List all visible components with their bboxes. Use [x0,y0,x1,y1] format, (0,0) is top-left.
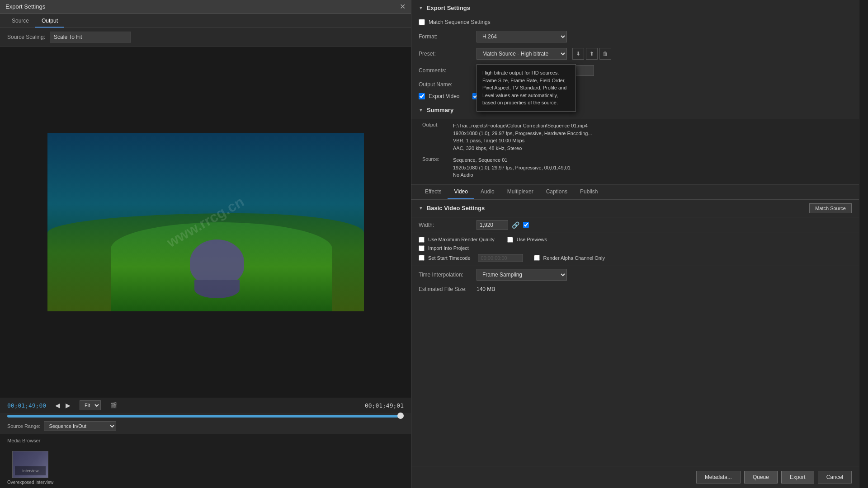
content-tabs-row: Effects Video Audio Multiplexer Captions… [411,184,859,200]
start-timecode-checkbox[interactable] [419,255,425,261]
preset-import-btn[interactable]: ⬆ [586,48,598,60]
tab-publish[interactable]: Publish [574,185,604,199]
summary-content: Output: F:\Trai...rojects\Footage\Colour… [411,118,859,184]
progress-track[interactable] [7,415,404,418]
width-input[interactable] [476,220,508,230]
source-scaling-row: Source Scaling: Scale To Fit [0,28,411,47]
tab-effects[interactable]: Effects [419,185,448,199]
preset-delete-btn[interactable]: 🗑 [599,48,611,60]
bvs-title: Basic Video Settings [427,205,485,211]
thumb-label: Overexposed Interview [7,480,53,485]
action-buttons: Metadata... Queue Export Cancel [411,466,859,488]
summary-source-label: Source: [422,156,449,179]
render-alpha-checkbox[interactable] [534,255,540,261]
export-settings-title: Export Settings [427,5,470,11]
timecode-end: 00;01;49;01 [365,402,404,409]
section-arrow-summary: ▼ [419,108,423,113]
use-max-render-checkbox[interactable] [419,237,425,243]
use-previews-label[interactable]: Use Previews [517,237,547,242]
summary-output-audio: AAC, 320 kbps, 48 kHz, Stereo [453,145,592,152]
section-arrow-export: ▼ [419,5,423,10]
preset-label: Preset: [419,51,473,57]
tab-multiplexer[interactable]: Multiplexer [501,185,540,199]
summary-source-vals: Sequence, Sequence 01 868x488 (1.0), 2… [453,156,571,179]
match-sequence-row: Match Sequence Settings [411,16,859,28]
time-interpolation-row: Time Interpolation: Frame Sampling [411,266,859,283]
far-right-strip [859,0,868,488]
summary-source-row: Source: Sequence, Sequence 01 868x488 … [422,155,848,180]
summary-output-bitrate: VBR, 1 pass, Target 10.00 Mbps [453,137,592,145]
thumbnail-area: Media Browser Interview Overexposed Inte… [0,434,411,488]
time-interp-label: Time Interpolation: [419,272,473,278]
match-source-button[interactable]: Match Source [809,203,852,213]
basic-video-settings-header: ▼ Basic Video Settings Match Source [411,200,859,217]
format-select[interactable]: H.264 [476,31,567,42]
play-back-btn[interactable]: ◀ [53,401,62,410]
thumbnail-item[interactable]: Interview Overexposed Interview [7,451,53,485]
start-timecode-input[interactable] [478,254,523,262]
summary-output-path: F:\Trai...rojects\Footage\Colour Correct… [453,122,592,130]
left-panel: Export Settings ✕ Source Output Source S… [0,0,411,488]
width-lock-checkbox[interactable] [523,222,529,228]
clip-icon: 🎬 [108,402,119,408]
summary-output-row: Output: F:\Trai...rojects\Footage\Colour… [422,121,848,153]
format-row: Format: H.264 [411,28,859,45]
tab-output[interactable]: Output [35,15,64,28]
import-project-checkbox[interactable] [419,245,425,251]
queue-button[interactable]: Queue [744,471,778,483]
preset-select-wrap: Match Source - High bitrate High bitrate… [476,48,567,60]
width-row: Width: 🔗 [411,217,859,233]
preset-save-btn[interactable]: ⬇ [572,48,584,60]
start-timecode-label[interactable]: Set Start Timecode [428,255,471,261]
bvs-title-wrap: ▼ Basic Video Settings [419,205,485,211]
source-range-select[interactable]: Sequence In/Out [44,421,116,431]
cancel-button[interactable]: Cancel [818,471,852,483]
use-max-render-label[interactable]: Use Maximum Render Quality [428,237,495,242]
export-video-label[interactable]: Export Video [429,93,460,99]
thumb-image: Interview [12,451,48,478]
thumb-timecode: Interview [22,469,38,473]
summary-title: Summary [427,107,453,113]
source-output-tabs: Source Output [0,14,411,28]
tab-source[interactable]: Source [5,15,35,28]
render-alpha-label[interactable]: Render Alpha Channel Only [543,255,605,261]
play-fwd-btn[interactable]: ▶ [64,401,72,410]
preset-tooltip: High bitrate output for HD sources. Fram… [476,64,576,112]
summary-output-vals: F:\Trai...rojects\Footage\Colour Correct… [453,122,592,152]
close-button[interactable]: ✕ [400,2,406,11]
match-sequence-checkbox[interactable] [419,19,425,25]
progress-handle[interactable] [397,413,404,419]
section-arrow-bvs: ▼ [419,206,423,211]
format-label: Format: [419,33,473,40]
summary-source-audio: No Audio [453,171,571,179]
preset-row: Preset: Match Source - High bitrate High… [411,45,859,62]
tab-video[interactable]: Video [448,185,474,199]
tab-audio[interactable]: Audio [474,185,501,199]
export-video-checkbox[interactable] [419,93,425,99]
summary-source-details: 868x488 (1.0), 29.97 fps, Progressive,… [453,164,571,172]
right-panel: ▼ Export Settings Match Sequence Setting… [411,0,859,488]
summary-output-label: Output: [422,122,449,152]
fit-select[interactable]: Fit [80,400,101,410]
timecode-start: 00;01;49;00 [7,402,46,409]
summary-source-name: Sequence, Sequence 01 [453,156,571,164]
source-range-label: Source Range: [7,423,40,429]
progress-bar-area[interactable] [0,413,411,419]
import-project-label[interactable]: Import Into Project [428,245,469,251]
export-settings-section[interactable]: ▼ Export Settings [411,0,859,16]
file-size-label: Estimated File Size: [419,286,473,292]
preset-select[interactable]: Match Source - High bitrate [476,48,567,60]
source-range-row: Source Range: Sequence In/Out [0,419,411,434]
summary-output-details: 868x488 (1.0), 29.97 fps, Progressive,… [453,130,592,137]
source-scaling-select[interactable]: Scale To Fit [50,32,131,42]
export-button[interactable]: Export [781,471,814,483]
metadata-button[interactable]: Metadata... [696,471,741,483]
import-project-row: Import Into Project [419,245,852,251]
tab-captions[interactable]: Captions [540,185,574,199]
time-interp-select[interactable]: Frame Sampling [476,269,567,281]
media-browser-label: Media Browser [7,438,40,443]
options-section: Use Maximum Render Quality Use Previews … [411,233,859,266]
use-previews-checkbox[interactable] [507,237,513,243]
file-size-row: Estimated File Size: 140 MB [411,283,859,295]
match-sequence-label[interactable]: Match Sequence Settings [429,19,491,25]
